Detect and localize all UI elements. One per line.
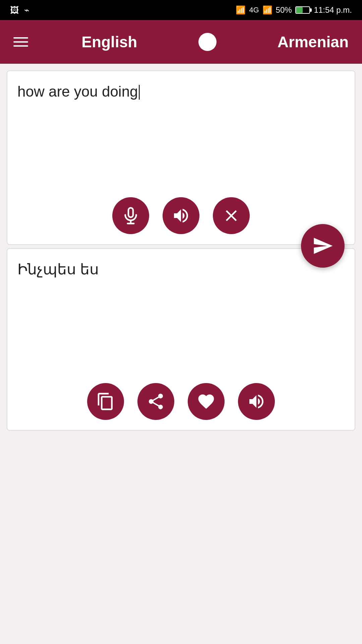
translate-button[interactable] bbox=[301, 224, 345, 268]
app-toolbar: English Armenian bbox=[0, 20, 362, 64]
copy-button[interactable] bbox=[87, 383, 124, 420]
menu-button[interactable] bbox=[13, 37, 28, 47]
status-bar-left: 🖼 ⌁ bbox=[10, 5, 29, 15]
text-cursor bbox=[139, 85, 140, 100]
clear-button[interactable] bbox=[213, 197, 250, 234]
bottom-area bbox=[0, 437, 362, 644]
speak-output-button[interactable] bbox=[238, 383, 275, 420]
wifi-icon: 📶 bbox=[236, 5, 246, 15]
output-actions bbox=[7, 376, 355, 430]
output-text: Ինչպես ես bbox=[7, 249, 355, 376]
battery-icon bbox=[295, 6, 310, 14]
battery-percent: 50% bbox=[276, 5, 292, 15]
input-section: how are you doing bbox=[7, 70, 355, 245]
clock: 11:54 p.m. bbox=[314, 5, 352, 15]
source-language[interactable]: English bbox=[81, 33, 137, 51]
input-text: how are you doing bbox=[17, 83, 138, 100]
main-content: how are you doing bbox=[0, 64, 362, 644]
signal-bars: 📶 bbox=[262, 5, 273, 15]
favorite-button[interactable] bbox=[188, 383, 225, 420]
status-bar-right: 📶 4G 📶 50% 11:54 p.m. bbox=[236, 5, 352, 15]
translate-button-wrapper bbox=[301, 224, 345, 268]
target-language[interactable]: Armenian bbox=[278, 33, 349, 51]
speak-input-button[interactable] bbox=[163, 197, 199, 234]
status-bar: 🖼 ⌁ 📶 4G 📶 50% 11:54 p.m. bbox=[0, 0, 362, 20]
microphone-button[interactable] bbox=[112, 197, 149, 234]
output-section: Ինչպես ես bbox=[7, 248, 355, 431]
usb-icon: ⌁ bbox=[24, 5, 29, 15]
share-button[interactable] bbox=[137, 383, 174, 420]
image-icon: 🖼 bbox=[10, 5, 19, 15]
swap-languages-button[interactable] bbox=[191, 25, 224, 59]
network-icon: 4G bbox=[249, 6, 259, 14]
